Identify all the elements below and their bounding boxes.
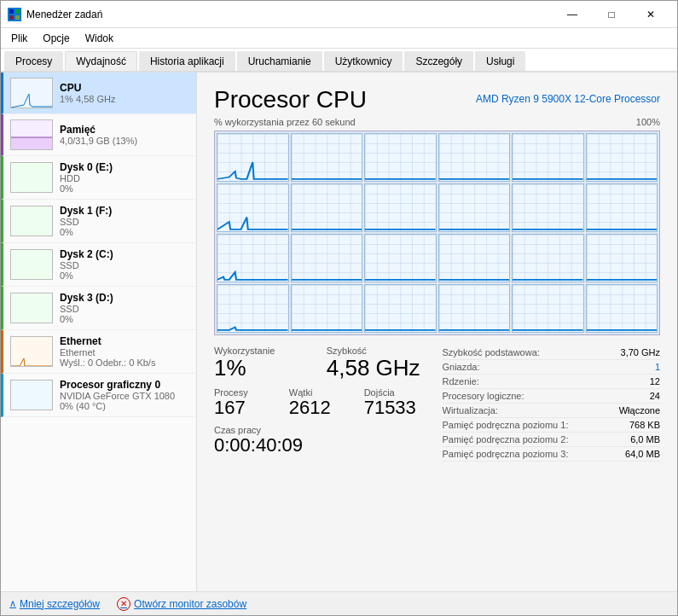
svg-rect-29 (513, 235, 583, 282)
sidebar-item-disk1[interactable]: Dysk 1 (F:) SSD 0% (1, 200, 196, 243)
svg-rect-6 (11, 137, 53, 150)
sockets-label: Gniazda: (443, 362, 480, 372)
title-bar: Menedżer zadań — □ ✕ (1, 1, 677, 28)
sidebar-item-disk2[interactable]: Dysk 2 (C:) SSD 0% (1, 243, 196, 287)
svg-rect-27 (365, 235, 436, 282)
sidebar-info-disk3: Dysk 3 (D:) SSD 0% (60, 292, 189, 324)
tab-app-history[interactable]: Historia aplikacji (139, 51, 235, 71)
gpu-stats: 0% (40 °C) (60, 401, 189, 411)
tab-processes[interactable]: Procesy (4, 51, 63, 71)
svg-rect-23 (513, 184, 583, 231)
tab-services[interactable]: Usługi (475, 51, 525, 71)
svg-rect-3 (15, 15, 20, 20)
svg-rect-0 (9, 9, 14, 14)
tab-startup[interactable]: Uruchamianie (237, 51, 322, 71)
tab-details[interactable]: Szczegóły (404, 51, 473, 71)
virtualization-value: Włączone (619, 405, 660, 416)
menu-view[interactable]: Widok (78, 31, 120, 46)
gpu-label: Procesor graficzny 0 (60, 379, 189, 391)
cpu-core-0 (217, 133, 289, 182)
l2-cache-value: 6,0 MB (630, 434, 660, 445)
svg-rect-1 (15, 9, 20, 14)
svg-rect-19 (217, 184, 288, 231)
sidebar-item-gpu[interactable]: Procesor graficzny 0 NVIDIA GeForce GTX … (1, 374, 196, 417)
cpu-core-14 (364, 234, 437, 282)
menu-file[interactable]: Plik (4, 31, 34, 46)
memory-stats: 4,0/31,9 GB (13%) (60, 136, 189, 146)
memory-label: Pamięć (60, 124, 189, 136)
title-bar-left: Menedżer zadań (8, 8, 102, 21)
threads-value: 2612 (289, 398, 357, 418)
disk2-thumbnail (10, 249, 53, 280)
sidebar-item-ethernet[interactable]: Ethernet Ethernet Wyśl.: 0 Odebr.: 0 Kb/… (1, 330, 196, 374)
tab-performance[interactable]: Wydajność (65, 51, 137, 71)
disk0-usage: 0% (60, 183, 189, 194)
svg-rect-2 (9, 15, 14, 20)
window-title: Menedżer zadań (26, 9, 102, 20)
cores-value: 12 (650, 376, 660, 386)
stat-utilization: Wykorzystanie 1% (214, 346, 320, 381)
cpu-label: CPU (60, 82, 189, 94)
metric-virtualization: Wirtualizacja: Włączone (443, 404, 661, 418)
ethernet-stats: Wyśl.: 0 Odebr.: 0 Kb/s (60, 357, 189, 368)
svg-rect-32 (292, 285, 362, 332)
detail-panel: Procesor CPU AMD Ryzen 9 5900X 12-Core P… (197, 73, 677, 591)
processes-label: Procesy (214, 387, 282, 398)
ethernet-type: Ethernet (60, 347, 189, 357)
detail-header: Procesor CPU AMD Ryzen 9 5900X 12-Core P… (214, 86, 660, 113)
cpu-graph-container (214, 131, 660, 335)
memory-thumbnail (10, 119, 53, 150)
uptime-label: Czas pracy (214, 425, 432, 435)
sidebar-item-cpu[interactable]: CPU 1% 4,58 GHz (1, 73, 196, 114)
disk1-thumbnail (10, 206, 53, 236)
svg-rect-20 (292, 184, 362, 231)
tab-users[interactable]: Użytkownicy (324, 51, 403, 71)
cpu-thumbnail (10, 78, 53, 108)
l1-cache-value: 768 KB (629, 420, 660, 430)
svg-rect-10 (11, 293, 53, 323)
cpu-core-8 (364, 183, 437, 232)
disk3-type: SSD (60, 304, 189, 314)
base-speed-value: 3,70 GHz (621, 347, 660, 357)
disk2-usage: 0% (60, 270, 189, 281)
sidebar: CPU 1% 4,58 GHz Pamięć 4,0/31,9 GB (13%) (1, 73, 197, 591)
svg-rect-25 (217, 235, 288, 282)
minimize-button[interactable]: — (553, 2, 592, 27)
cpu-core-13 (291, 234, 363, 282)
graph-label-row: % wykorzystania przez 60 sekund 100% (214, 117, 660, 127)
svg-rect-30 (587, 235, 658, 282)
disk2-label: Dysk 2 (C:) (60, 248, 189, 260)
svg-rect-18 (587, 134, 658, 181)
graph-max-label: 100% (636, 117, 660, 127)
less-details-link[interactable]: ∧ Mniej szczegółów (9, 598, 100, 610)
cpu-core-2 (364, 133, 437, 182)
close-button[interactable]: ✕ (631, 2, 670, 27)
disk3-label: Dysk 3 (D:) (60, 292, 189, 304)
svg-rect-34 (439, 285, 510, 332)
svg-rect-28 (439, 235, 510, 282)
sidebar-item-memory[interactable]: Pamięć 4,0/31,9 GB (13%) (1, 114, 196, 156)
stat-uptime: Czas pracy 0:00:40:09 (214, 425, 432, 456)
detail-model: AMD Ryzen 9 5900X 12-Core Processor (476, 93, 660, 105)
svg-rect-8 (11, 206, 53, 236)
cores-label: Rdzenie: (443, 376, 479, 386)
sidebar-item-disk3[interactable]: Dysk 3 (D:) SSD 0% (1, 287, 196, 330)
svg-rect-4 (11, 78, 53, 108)
metric-logical-processors: Procesory logiczne: 24 (443, 389, 661, 404)
l2-cache-label: Pamięć podręczna poziomu 2: (443, 434, 569, 445)
disk1-type: SSD (60, 217, 189, 227)
cpu-core-16 (512, 234, 584, 282)
maximize-button[interactable]: □ (592, 2, 631, 27)
open-monitor-link[interactable]: ✕ Otwórz monitor zasobów (117, 597, 246, 611)
menu-options[interactable]: Opcje (36, 31, 76, 46)
l1-cache-label: Pamięć podręczna poziomu 1: (443, 420, 569, 430)
metric-base-speed: Szybkość podstawowa: 3,70 GHz (443, 346, 661, 360)
detail-metrics: Szybkość podstawowa: 3,70 GHz Gniazda: 1… (443, 346, 661, 462)
cpu-core-5 (586, 133, 658, 182)
l3-cache-value: 64,0 MB (625, 449, 660, 459)
sidebar-item-disk0[interactable]: Dysk 0 (E:) HDD 0% (1, 156, 196, 200)
disk0-thumbnail (10, 162, 53, 193)
gpu-thumbnail (10, 380, 53, 410)
svg-rect-33 (365, 285, 436, 332)
app-icon (8, 8, 21, 21)
